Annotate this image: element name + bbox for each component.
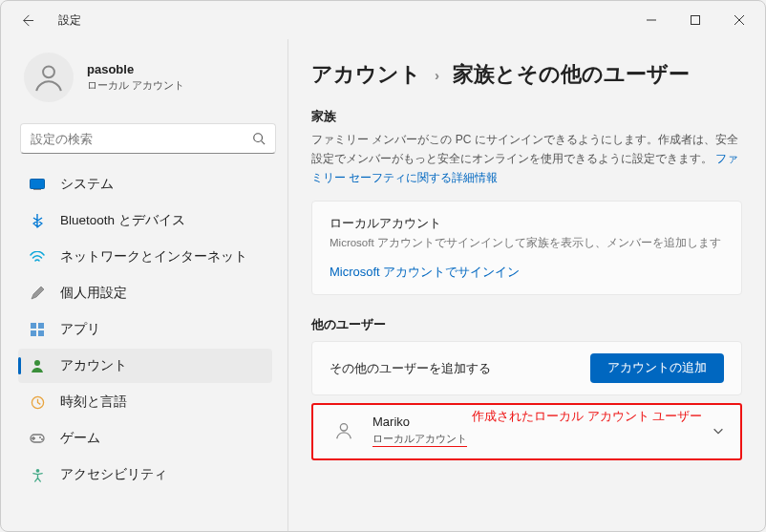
nav: システム Bluetooth とデバイス ネットワークとインターネット 個人用設… bbox=[18, 167, 282, 492]
svg-rect-9 bbox=[31, 323, 36, 329]
minimize-button[interactable] bbox=[629, 5, 673, 35]
svg-point-16 bbox=[39, 436, 41, 438]
svg-rect-12 bbox=[38, 330, 44, 336]
apps-icon bbox=[30, 322, 45, 337]
svg-rect-11 bbox=[31, 330, 36, 336]
sidebar-item-bluetooth[interactable]: Bluetooth とデバイス bbox=[18, 203, 272, 238]
add-user-text: その他のユーザーを追加する bbox=[330, 360, 590, 377]
search-field[interactable] bbox=[31, 132, 252, 146]
brush-icon bbox=[30, 286, 45, 301]
sidebar-item-apps[interactable]: アプリ bbox=[18, 312, 272, 347]
sidebar-item-label: システム bbox=[60, 176, 114, 193]
profile-sub: ローカル アカウント bbox=[87, 78, 184, 93]
svg-point-19 bbox=[340, 424, 347, 431]
svg-rect-10 bbox=[38, 323, 44, 329]
main-content: アカウント › 家族とその他のユーザー 家族 ファミリー メンバーがこの PC … bbox=[288, 39, 765, 531]
card-title: ローカルアカウント bbox=[330, 215, 724, 232]
svg-rect-1 bbox=[692, 16, 700, 25]
svg-line-6 bbox=[262, 141, 266, 145]
sidebar-item-label: ネットワークとインターネット bbox=[60, 248, 247, 266]
other-users-heading: 他のユーザー bbox=[311, 316, 742, 333]
sidebar-item-label: アカウント bbox=[60, 357, 127, 374]
window-title: 設定 bbox=[58, 12, 81, 29]
svg-point-5 bbox=[254, 134, 263, 142]
sidebar-item-label: Bluetooth とデバイス bbox=[60, 212, 185, 229]
sidebar-item-label: ゲーム bbox=[60, 430, 100, 447]
accessibility-icon bbox=[30, 467, 45, 482]
ms-signin-link[interactable]: Microsoft アカウントでサインイン bbox=[330, 264, 520, 281]
search-icon bbox=[252, 132, 266, 145]
sidebar-item-system[interactable]: システム bbox=[18, 167, 272, 202]
chevron-right-icon: › bbox=[435, 67, 439, 83]
family-description: ファミリー メンバーがこの PC にサインインできるようにします。作成者は、安全… bbox=[311, 131, 742, 187]
person-icon bbox=[329, 415, 359, 446]
breadcrumb-root[interactable]: アカウント bbox=[311, 60, 421, 89]
search-input[interactable] bbox=[20, 123, 276, 154]
card-subtitle: Microsoft アカウントでサインインして家族を表示し、メンバーを追加します bbox=[330, 236, 724, 250]
user-name: Mariko bbox=[372, 415, 467, 429]
gaming-icon bbox=[30, 431, 45, 446]
sidebar-item-label: アプリ bbox=[60, 321, 100, 338]
sidebar-item-personalization[interactable]: 個人用設定 bbox=[18, 276, 272, 310]
sidebar-item-network[interactable]: ネットワークとインターネット bbox=[18, 240, 272, 274]
svg-point-17 bbox=[41, 438, 43, 440]
sidebar-item-label: 時刻と言語 bbox=[60, 394, 127, 411]
svg-rect-8 bbox=[33, 189, 41, 190]
svg-rect-7 bbox=[31, 180, 45, 189]
maximize-button[interactable] bbox=[673, 5, 717, 35]
network-icon bbox=[30, 249, 45, 265]
back-button[interactable] bbox=[20, 13, 37, 28]
annotation-label: 作成されたローカル アカウント ユーザー bbox=[472, 409, 702, 425]
profile-name: pasoble bbox=[87, 62, 184, 76]
clock-icon bbox=[30, 394, 45, 410]
profile-block[interactable]: pasoble ローカル アカウント bbox=[18, 47, 282, 117]
bluetooth-icon bbox=[30, 213, 45, 228]
svg-point-18 bbox=[35, 468, 39, 472]
chevron-down-icon[interactable] bbox=[712, 424, 725, 437]
close-button[interactable] bbox=[717, 5, 761, 35]
sidebar-item-accounts[interactable]: アカウント bbox=[18, 349, 272, 383]
user-type: ローカルアカウント bbox=[372, 432, 467, 447]
sidebar-item-gaming[interactable]: ゲーム bbox=[18, 421, 272, 456]
user-row[interactable]: 作成されたローカル アカウント ユーザー Mariko ローカルアカウント bbox=[311, 403, 742, 460]
family-heading: 家族 bbox=[311, 108, 742, 125]
svg-point-13 bbox=[34, 360, 40, 366]
sidebar-item-label: 個人用設定 bbox=[60, 285, 127, 302]
page-title: 家族とその他のユーザー bbox=[453, 60, 690, 89]
sidebar-item-label: アクセシビリティ bbox=[60, 466, 167, 483]
add-account-button[interactable]: アカウントの追加 bbox=[590, 353, 724, 383]
breadcrumb: アカウント › 家族とその他のユーザー bbox=[311, 60, 742, 89]
sidebar-item-accessibility[interactable]: アクセシビリティ bbox=[18, 458, 272, 492]
svg-point-4 bbox=[43, 66, 54, 77]
avatar bbox=[24, 53, 74, 102]
sidebar: pasoble ローカル アカウント システム Bluetooth とデバイス … bbox=[1, 39, 287, 531]
local-account-card: ローカルアカウント Microsoft アカウントでサインインして家族を表示し、… bbox=[311, 201, 742, 295]
system-icon bbox=[30, 177, 45, 192]
person-icon bbox=[30, 358, 45, 373]
sidebar-item-time-language[interactable]: 時刻と言語 bbox=[18, 385, 272, 419]
titlebar: 設定 bbox=[1, 1, 765, 39]
add-user-row: その他のユーザーを追加する アカウントの追加 bbox=[311, 341, 742, 395]
